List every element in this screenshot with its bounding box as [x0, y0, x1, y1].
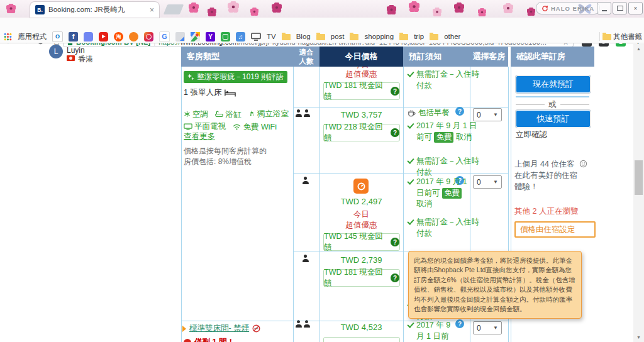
- bed-type-label: 1 張單人床: [184, 87, 221, 98]
- flower-decoration: [189, 3, 199, 13]
- orange-app-bookmark-icon[interactable]: [129, 32, 138, 41]
- cashback-help-icon[interactable]: ?: [391, 238, 399, 246]
- theme-extension-badge[interactable]: HALO ERIKA: [536, 2, 600, 14]
- bookmark-folder-other[interactable]: other: [444, 33, 460, 40]
- rate-d-cashback-label: TWD 181 現金回饋: [324, 267, 387, 289]
- cleanliness-badge: 整潔零瑕疵－1019 則評語: [184, 71, 287, 83]
- chat-bookmark-icon[interactable]: [84, 32, 93, 41]
- translate-corner: [180, 36, 184, 41]
- flower-decoration: [503, 3, 513, 13]
- rate-e-price: TWD 4,523: [319, 323, 403, 332]
- header-todays-price: 今日價格: [319, 47, 403, 67]
- header-occupancy: 適合 人數: [293, 47, 319, 67]
- rate-a-no-deposit: 無需訂金－入住時付款: [408, 69, 479, 91]
- or-label: 或: [548, 99, 557, 110]
- close-button[interactable]: ×: [628, 2, 643, 14]
- cashback-help-icon[interactable]: ?: [391, 87, 399, 96]
- see-more-link[interactable]: 查看更多: [184, 131, 215, 142]
- expand-triangle-icon: [182, 326, 186, 332]
- price-note-1: 價格是按每間客房計算的: [184, 146, 267, 157]
- check-icon: [407, 157, 414, 163]
- rate-b-free-cancel: 2017 年 9 月 1 日前可 免費 取消: [408, 121, 480, 143]
- rate-e-occupancy: [294, 320, 311, 329]
- rate-a-cashback-label: TWD 181 現金回饋: [324, 80, 387, 102]
- bookmark-tv-label[interactable]: TV: [267, 33, 276, 40]
- folder-icon: [282, 34, 291, 40]
- bookmark-folder-blog[interactable]: Blog: [296, 33, 311, 40]
- minimize-button[interactable]: [597, 2, 611, 14]
- price-set-by-property-note: 價格由住宿設定: [514, 221, 596, 238]
- outlook-bookmark-icon[interactable]: O: [52, 31, 63, 42]
- taobao-bookmark-icon[interactable]: 淘: [114, 32, 123, 41]
- tv-monitor-icon[interactable]: [251, 33, 261, 41]
- page-scrollbar[interactable]: ▲ ▼: [633, 44, 644, 342]
- translate-bookmark-icon[interactable]: [175, 32, 185, 41]
- title-bar: B. Booking.com: JR長崎九 × HALO ERIKA ×: [0, 0, 644, 18]
- chevron-down-icon: ▼: [493, 179, 498, 185]
- youtube-bookmark-icon[interactable]: [99, 32, 108, 41]
- scroll-down-icon[interactable]: ▼: [633, 335, 644, 339]
- shower-icon: [248, 110, 255, 118]
- apps-shortcut-label[interactable]: 應用程式: [18, 32, 47, 41]
- google-bookmark-icon[interactable]: G: [159, 31, 170, 42]
- apps-grid-icon[interactable]: [4, 33, 12, 41]
- guests-note-line3: 體驗！: [514, 182, 538, 191]
- wifi-icon: [233, 124, 241, 130]
- bed-type: 1 張單人床: [184, 87, 236, 98]
- instagram-bookmark-icon[interactable]: [144, 32, 153, 41]
- user-name: Luyin: [67, 46, 85, 55]
- conditions-help-icon[interactable]: ?: [455, 107, 464, 116]
- new-tab-button[interactable]: [164, 4, 184, 14]
- rate-b-price: TWD 3,757: [319, 110, 403, 119]
- music-bookmark-icon[interactable]: ♫: [236, 32, 245, 41]
- bookmark-folder-post[interactable]: post: [331, 33, 345, 40]
- yahoo-bookmark-icon[interactable]: Y: [206, 32, 215, 41]
- browser-toolbar: ← → ⌂ Booking.com BV [NL] | https://www.…: [0, 18, 644, 30]
- tab-close-icon[interactable]: ×: [150, 6, 154, 14]
- bookmark-folder-trip[interactable]: trip: [414, 33, 424, 40]
- book-now-button[interactable]: 現在就預訂: [516, 75, 591, 93]
- cashback-help-icon[interactable]: ?: [391, 273, 399, 282]
- sparkles-icon: [187, 74, 194, 80]
- bookmark-folder-shopping[interactable]: shopping: [364, 33, 394, 40]
- browser-tab[interactable]: B. Booking.com: JR長崎九 ×: [30, 2, 159, 18]
- amenity-ac: 空調: [184, 109, 208, 120]
- room2-urgency: 僅剩 1 間！: [184, 337, 235, 342]
- folder-icon: [430, 34, 438, 40]
- bathtub-icon: [215, 111, 223, 118]
- check-icon: [407, 121, 414, 128]
- cleanliness-badge-label: 整潔零瑕疵－1019 則評語: [197, 72, 284, 82]
- flower-decoration: [228, 1, 239, 13]
- folder-icon: [350, 34, 358, 40]
- quick-book-button[interactable]: 快速預訂: [516, 110, 591, 128]
- restore-button[interactable]: [613, 2, 627, 14]
- rate-e-cancel-date[interactable]: 月 1 日前: [416, 331, 448, 342]
- room2-name-link[interactable]: 標準雙床間- 禁煙: [189, 323, 249, 334]
- amenity-bath: 浴缸: [215, 109, 241, 120]
- chevron-down-icon: ▼: [493, 325, 498, 331]
- rate-d-price: TWD 2,739: [319, 255, 403, 265]
- scrollbar-thumb[interactable]: [635, 160, 643, 195]
- other-bookmarks-label[interactable]: 其他書籤: [613, 32, 642, 41]
- rate-b-no-deposit: 無需訂金－入住時付款: [408, 156, 479, 178]
- flower-decoration: [409, 1, 419, 12]
- rate-b-quantity-select[interactable]: 0▼: [473, 108, 502, 121]
- cashback-help-icon[interactable]: ?: [391, 128, 399, 137]
- flower-decoration: [454, 3, 464, 13]
- facebook-bookmark-icon[interactable]: f: [69, 32, 78, 41]
- no-smoking-icon: [252, 324, 260, 333]
- scroll-up-icon[interactable]: ▲: [633, 47, 644, 51]
- person-icon: [296, 109, 302, 117]
- rate-e-quantity-select[interactable]: 0▼: [473, 321, 502, 334]
- flower-decoration: [250, 8, 258, 16]
- amenity-tv: 平面電視: [184, 121, 226, 132]
- rate-c-quantity-select[interactable]: 0▼: [473, 175, 502, 189]
- person-icon: [303, 255, 309, 262]
- amenity-private-bathroom: 獨立浴室: [248, 108, 289, 119]
- amenity-wifi: 免費 WiFi: [233, 121, 276, 133]
- maps-bookmark-icon[interactable]: [191, 32, 200, 41]
- rate-e-free-cancel: 2017 年 9 月 1 日前: [408, 320, 469, 342]
- header-confirm: 確認此筆訂房: [511, 47, 594, 67]
- check-icon: [407, 70, 414, 77]
- green-app-bookmark-icon[interactable]: [221, 32, 230, 41]
